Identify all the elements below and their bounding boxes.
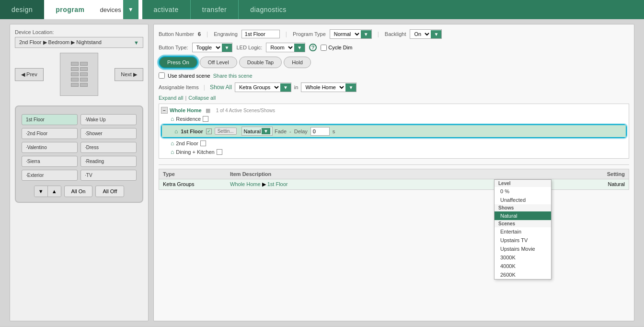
prev-button[interactable]: ◀ Prev xyxy=(15,68,44,81)
nav-diagnostics[interactable]: diagnostics xyxy=(239,0,298,19)
keypad-btn-exterior[interactable]: ·Exterior xyxy=(22,170,78,181)
program-type-dropdown[interactable]: Normal xyxy=(330,30,361,38)
nav-activate[interactable]: activate xyxy=(142,0,190,19)
whole-home-label: Whole Home xyxy=(170,107,202,113)
dim-up-btn[interactable]: ▲ xyxy=(47,186,61,197)
whole-home-dropdown[interactable]: Whole Home xyxy=(301,83,345,92)
breadcrumb-whole-home: Whole Home xyxy=(230,181,261,187)
tab-double-tap[interactable]: Double Tap xyxy=(239,57,282,68)
use-shared-scene-checkbox[interactable] xyxy=(159,72,165,79)
nav-transfer[interactable]: transfer xyxy=(191,0,238,19)
2600k-item[interactable]: 2600K xyxy=(494,270,551,279)
3000k-item[interactable]: 3000K xyxy=(494,253,551,262)
natural-select-box[interactable]: Natural ▼ xyxy=(242,127,273,136)
tree-item-residence: ⌂ Residence xyxy=(161,115,627,123)
collapse-all-link[interactable]: Collapse all xyxy=(188,95,216,101)
1st-floor-checkbox[interactable] xyxy=(206,128,212,134)
button-type-arrow[interactable]: ▼ xyxy=(222,44,232,52)
nav-devices-container[interactable]: devices ▼ xyxy=(94,0,142,19)
program-type-arrow[interactable]: ▼ xyxy=(361,30,371,38)
whole-home-select[interactable]: Whole Home ▼ xyxy=(301,82,356,92)
share-this-scene-link[interactable]: Share this scene xyxy=(213,73,253,79)
whole-home-arrow[interactable]: ▼ xyxy=(345,83,356,92)
natural-dropdown-arrow[interactable]: ▼ xyxy=(262,128,270,134)
ketra-groups-dropdown[interactable]: Ketra Groups xyxy=(235,83,280,92)
ketra-groups-select[interactable]: Ketra Groups ▼ xyxy=(235,82,291,92)
show-all-link[interactable]: Show All xyxy=(210,84,232,91)
keypad-btn-shower[interactable]: ·Shower xyxy=(80,128,137,139)
tree-toggle-whole-home[interactable]: − xyxy=(161,107,168,114)
led-logic-arrow[interactable]: ▼ xyxy=(294,44,305,52)
entertain-item[interactable]: Entertain xyxy=(494,227,551,236)
breadcrumb-1st-floor: 1st Floor xyxy=(267,181,288,187)
level-section-header: Level xyxy=(494,180,551,187)
row-type: Ketra Groups xyxy=(163,181,230,187)
ketra-groups-arrow[interactable]: ▼ xyxy=(280,83,291,92)
dining-kitchen-checkbox[interactable] xyxy=(217,149,222,155)
bottom-table: Type Item Description Setting Ketra Grou… xyxy=(159,164,629,190)
next-button[interactable]: Next ▶ xyxy=(115,68,143,81)
backlight-dropdown[interactable]: On xyxy=(410,30,431,38)
assignable-bar: Assignable Items | Show All Ketra Groups… xyxy=(159,82,629,92)
upstairs-tv-item[interactable]: Upstairs TV xyxy=(494,236,551,245)
delay-input[interactable] xyxy=(310,127,330,136)
keypad-btn-1st-floor[interactable]: 1st Floor xyxy=(22,114,78,125)
keypad-btn-dress[interactable]: ·Dress xyxy=(80,142,137,153)
device-thumbnail xyxy=(60,53,98,96)
cycle-dim-checkbox[interactable] xyxy=(321,45,327,51)
delay-unit: s xyxy=(333,128,335,134)
all-on-button[interactable]: All On xyxy=(64,186,93,197)
tree-icon-residence: ⌂ xyxy=(171,116,174,122)
cycle-dim-label[interactable]: Cycle Dim xyxy=(321,45,352,51)
top-navigation: design program devices ▼ activate transf… xyxy=(0,0,644,19)
device-location-arrow: ▼ xyxy=(134,40,139,46)
dim-down-btn[interactable]: ▼ xyxy=(34,186,47,197)
program-type-select[interactable]: Normal ▼ xyxy=(330,29,372,39)
keypad-btn-sierra[interactable]: ·Sierra xyxy=(22,156,78,167)
4000k-item[interactable]: 4000K xyxy=(494,262,551,270)
residence-checkbox[interactable] xyxy=(203,116,208,122)
keypad-btn-wake-up[interactable]: ·Wake Up xyxy=(80,114,137,125)
nav-devices-dropdown-btn[interactable]: ▼ xyxy=(123,0,138,19)
item-description-header: Item Description xyxy=(230,171,577,177)
led-logic-select[interactable]: Room ▼ xyxy=(266,43,305,52)
button-type-dropdown[interactable]: Toggle xyxy=(193,43,222,52)
use-shared-scene-label: Use shared scene xyxy=(168,73,210,79)
button-type-select[interactable]: Toggle ▼ xyxy=(192,43,233,52)
keypad-btn-tv[interactable]: ·TV xyxy=(80,170,137,181)
keypad-btn-reading[interactable]: ·Reading xyxy=(80,156,137,167)
nav-program[interactable]: program xyxy=(44,0,96,19)
fade-separator: - xyxy=(289,128,291,134)
left-panel: Device Location: 2nd Floor ▶ Bedroom ▶ N… xyxy=(10,24,149,321)
engraving-input[interactable] xyxy=(242,30,280,38)
right-panel: Button Number 6 | Engraving | Program Ty… xyxy=(153,24,634,321)
all-off-button[interactable]: All Off xyxy=(95,186,124,197)
backlight-select[interactable]: On ▼ xyxy=(410,29,442,39)
led-logic-dropdown[interactable]: Room xyxy=(266,43,294,52)
tab-hold[interactable]: Hold xyxy=(284,57,311,68)
tab-bar: Press On Off Level Double Tap Hold xyxy=(159,56,629,69)
backlight-arrow[interactable]: ▼ xyxy=(431,30,441,38)
expand-all-link[interactable]: Expand all xyxy=(159,95,183,101)
button-type-label: Button Type: xyxy=(159,45,188,50)
natural-show-item[interactable]: Natural xyxy=(494,211,551,220)
level-0-item[interactable]: 0 % xyxy=(494,187,551,196)
device-location-select[interactable]: 2nd Floor ▶ Bedroom ▶ Nightstand ▼ xyxy=(15,37,143,48)
expand-collapse: Expand all | Collapse all xyxy=(159,95,629,101)
2nd-floor-checkbox[interactable] xyxy=(200,140,206,146)
tree-root-whole-home: − Whole Home ▦ 1 of 4 Active Scenes/Show… xyxy=(161,106,627,115)
tree-icon-dining-kitchen: ⌂ xyxy=(171,149,174,155)
level-unaffected-item[interactable]: Unaffected xyxy=(494,196,551,204)
tree-item-1st-floor: ⌂ 1st Floor Settin... Natural ▼ Fade - xyxy=(162,125,626,137)
keypad-btn-2nd-floor[interactable]: ·2nd Floor xyxy=(22,128,78,139)
1st-floor-settings-btn[interactable]: Settin... xyxy=(215,128,237,135)
device-location-label: Device Location: xyxy=(15,29,143,35)
nav-design[interactable]: design xyxy=(0,0,44,19)
nav-devices-label: devices xyxy=(98,6,123,13)
keypad-btn-valentino[interactable]: ·Valentino xyxy=(22,142,78,153)
tree-item-2nd-floor: ⌂ 2nd Floor xyxy=(161,139,627,148)
tab-press-on[interactable]: Press On xyxy=(159,56,198,69)
help-icon[interactable]: ? xyxy=(309,44,317,51)
tab-off-level[interactable]: Off Level xyxy=(200,57,237,68)
upstairs-movie-item[interactable]: Upstairs Movie xyxy=(494,245,551,253)
